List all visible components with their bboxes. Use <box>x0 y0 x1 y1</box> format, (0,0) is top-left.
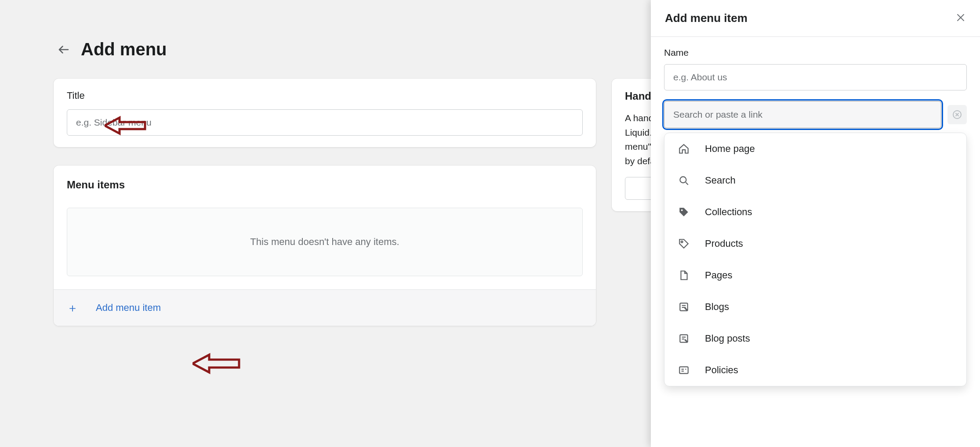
dropdown-label: Home page <box>705 143 755 155</box>
svg-point-12 <box>681 209 683 211</box>
dropdown-item-search[interactable]: Search <box>664 165 966 196</box>
blog-post-icon <box>678 332 690 345</box>
home-icon <box>678 143 690 155</box>
svg-marker-2 <box>192 355 239 372</box>
name-input[interactable] <box>664 64 967 90</box>
back-arrow-icon[interactable] <box>57 43 70 56</box>
svg-rect-20 <box>679 367 688 373</box>
name-label: Name <box>664 47 967 58</box>
panel-body: Name Home page Search <box>651 37 980 447</box>
link-row <box>664 101 967 128</box>
panel-title: Add menu item <box>665 11 748 25</box>
page-icon <box>678 269 690 281</box>
dropdown-label: Blogs <box>705 301 729 313</box>
dropdown-item-policies[interactable]: Policies <box>664 354 966 386</box>
title-card: Title <box>54 79 596 147</box>
dropdown-item-pages[interactable]: Pages <box>664 260 966 291</box>
add-menu-item-button[interactable]: ＋ Add menu item <box>54 289 596 326</box>
plus-icon: ＋ <box>67 302 78 314</box>
dropdown-label: Collections <box>705 206 752 218</box>
link-dropdown: Home page Search Collections Products <box>664 133 967 386</box>
search-icon <box>678 174 690 187</box>
dropdown-label: Blog posts <box>705 333 750 344</box>
policy-icon <box>678 364 690 376</box>
panel-header: Add menu item <box>651 0 980 37</box>
dropdown-item-blog-posts[interactable]: Blog posts <box>664 323 966 354</box>
tag-outline-icon <box>678 238 690 250</box>
page-title: Add menu <box>81 40 167 59</box>
add-menu-item-label: Add menu item <box>96 302 161 314</box>
dropdown-label: Products <box>705 238 743 249</box>
dropdown-item-products[interactable]: Products <box>664 228 966 260</box>
empty-text: This menu doesn't have any items. <box>250 236 399 248</box>
dropdown-item-blogs[interactable]: Blogs <box>664 291 966 323</box>
menu-items-heading: Menu items <box>67 179 583 191</box>
menu-items-empty-state: This menu doesn't have any items. <box>67 208 583 276</box>
svg-point-10 <box>680 177 686 183</box>
annotation-arrow-add-item <box>192 351 241 376</box>
dropdown-item-home[interactable]: Home page <box>664 133 966 165</box>
svg-line-11 <box>686 182 688 184</box>
blog-icon <box>678 301 690 313</box>
svg-point-13 <box>681 241 683 243</box>
add-menu-item-panel: Add menu item Name Home page <box>651 0 980 447</box>
dropdown-label: Pages <box>705 270 732 281</box>
menu-items-card: Menu items This menu doesn't have any it… <box>54 166 596 326</box>
dropdown-label: Policies <box>705 364 738 376</box>
close-icon[interactable] <box>955 12 966 25</box>
dropdown-label: Search <box>705 175 736 186</box>
clear-link-icon[interactable] <box>947 105 967 124</box>
link-input[interactable] <box>664 101 941 128</box>
left-column: Title Menu items This menu doesn't have … <box>54 79 596 326</box>
tag-icon <box>678 206 690 218</box>
dropdown-item-collections[interactable]: Collections <box>664 196 966 228</box>
title-label: Title <box>67 90 583 101</box>
title-input[interactable] <box>67 109 583 136</box>
